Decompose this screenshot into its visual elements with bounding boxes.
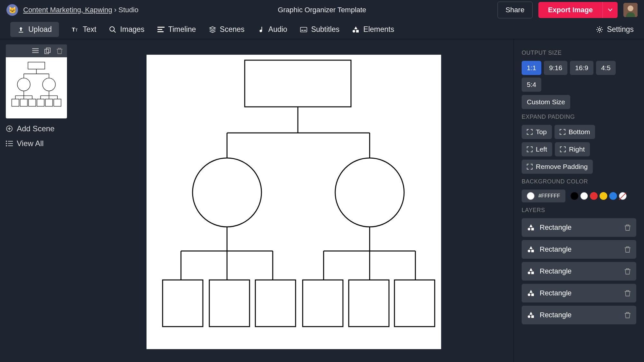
- swatch-none[interactable]: [619, 192, 627, 200]
- svg-rect-7: [157, 31, 164, 32]
- swatch-yellow[interactable]: [600, 192, 607, 200]
- swatch-black[interactable]: [571, 192, 578, 200]
- layers-label: LAYERS: [522, 207, 636, 214]
- layer-item[interactable]: Rectangle: [522, 306, 636, 324]
- layer-name: Rectangle: [540, 245, 572, 254]
- scenes-tool[interactable]: Scenes: [209, 25, 245, 34]
- svg-point-43: [6, 141, 7, 142]
- main-toolbar: Upload TT Text Images Timeline Scenes Au…: [0, 20, 644, 39]
- layer-item[interactable]: Rectangle: [522, 262, 636, 281]
- ratio-1-1[interactable]: 1:1: [522, 61, 541, 75]
- dashed-box-icon: [527, 164, 533, 170]
- svg-point-47: [6, 145, 7, 146]
- swatch-blue[interactable]: [609, 192, 617, 200]
- swatch-white[interactable]: [580, 192, 588, 200]
- text-icon: TT: [72, 26, 79, 33]
- svg-point-25: [43, 78, 55, 91]
- svg-rect-44: [8, 141, 13, 142]
- svg-rect-9: [301, 30, 303, 30]
- audio-label: Audio: [268, 25, 287, 34]
- ratio-16-9[interactable]: 16:9: [570, 61, 593, 75]
- output-size-label: OUTPUT SIZE: [522, 50, 636, 56]
- svg-rect-36: [12, 99, 19, 107]
- svg-rect-71: [394, 280, 435, 327]
- layer-item[interactable]: Rectangle: [522, 240, 636, 259]
- svg-rect-41: [54, 99, 61, 107]
- svg-rect-46: [8, 143, 13, 144]
- delete-layer-icon[interactable]: [625, 224, 630, 231]
- background-color-value[interactable]: #FFFFFF: [522, 190, 565, 202]
- breadcrumb-workspace-link[interactable]: Content Marketing, Kapwing: [23, 6, 112, 14]
- duplicate-icon[interactable]: [44, 48, 51, 54]
- pad-top-button[interactable]: Top: [522, 125, 552, 139]
- add-scene-button[interactable]: Add Scene: [6, 124, 68, 133]
- gear-icon: [596, 26, 603, 33]
- ratio-4-5[interactable]: 4:5: [596, 61, 616, 75]
- share-button[interactable]: Share: [497, 2, 533, 18]
- svg-rect-48: [8, 145, 13, 146]
- custom-size-button[interactable]: Custom Size: [522, 95, 570, 109]
- delete-layer-icon[interactable]: [625, 268, 630, 274]
- pad-right-button[interactable]: Right: [555, 142, 590, 156]
- shapes-icon: [527, 224, 535, 231]
- scene-thumbnail[interactable]: [6, 57, 67, 118]
- shapes-icon: [527, 290, 535, 296]
- svg-rect-38: [29, 99, 36, 107]
- view-all-button[interactable]: View All: [6, 139, 68, 148]
- export-button[interactable]: Export Image: [538, 2, 602, 18]
- chevron-down-icon: [608, 8, 612, 12]
- pad-top-label: Top: [536, 128, 547, 136]
- timeline-icon: [157, 26, 165, 33]
- layer-item[interactable]: Rectangle: [522, 218, 636, 237]
- remove-padding-button[interactable]: Remove Padding: [522, 160, 593, 174]
- pad-left-button[interactable]: Left: [522, 142, 552, 156]
- delete-layer-icon[interactable]: [625, 290, 630, 296]
- reorder-icon[interactable]: [32, 48, 39, 53]
- images-tool[interactable]: Images: [109, 25, 144, 34]
- svg-rect-77: [531, 272, 534, 274]
- audio-tool[interactable]: Audio: [257, 25, 287, 34]
- svg-rect-69: [303, 280, 343, 327]
- upload-icon: [17, 26, 24, 33]
- layer-item[interactable]: Rectangle: [522, 284, 636, 302]
- scene-thumbnail-controls: [6, 44, 67, 57]
- pad-bottom-button[interactable]: Bottom: [554, 125, 595, 139]
- elements-tool[interactable]: Elements: [352, 25, 394, 34]
- document-title[interactable]: Graphic Organizer Template: [278, 6, 366, 14]
- export-dropdown-button[interactable]: [602, 2, 618, 18]
- upload-button[interactable]: Upload: [10, 22, 59, 37]
- svg-rect-39: [37, 99, 44, 107]
- user-avatar[interactable]: [623, 3, 638, 17]
- settings-label: Settings: [607, 25, 634, 34]
- svg-point-13: [598, 28, 601, 31]
- delete-layer-icon[interactable]: [625, 246, 630, 253]
- svg-point-74: [528, 250, 530, 252]
- svg-text:T: T: [72, 27, 75, 33]
- layer-name: Rectangle: [540, 289, 572, 297]
- view-all-label: View All: [17, 139, 44, 148]
- svg-rect-14: [32, 48, 39, 49]
- canvas-area[interactable]: [74, 39, 514, 362]
- color-swatches: [571, 192, 627, 200]
- svg-rect-73: [531, 228, 534, 230]
- dashed-box-icon: [527, 129, 533, 135]
- elements-icon: [352, 26, 359, 33]
- ratio-5-4[interactable]: 5:4: [522, 78, 541, 92]
- subtitles-tool[interactable]: Subtitles: [300, 25, 339, 34]
- dashed-box-icon: [560, 129, 565, 135]
- settings-button[interactable]: Settings: [596, 25, 634, 34]
- delete-layer-icon[interactable]: [625, 312, 630, 318]
- ratio-9-16[interactable]: 9:16: [544, 61, 567, 75]
- canvas[interactable]: [147, 55, 441, 349]
- search-icon: [109, 26, 116, 33]
- svg-rect-37: [20, 99, 28, 107]
- timeline-tool[interactable]: Timeline: [157, 25, 196, 34]
- text-tool[interactable]: TT Text: [72, 25, 96, 34]
- scenes-icon: [209, 26, 216, 33]
- app-logo[interactable]: 🐱: [6, 4, 18, 16]
- trash-icon[interactable]: [57, 48, 62, 54]
- canvas-content: [147, 55, 441, 349]
- swatch-red[interactable]: [590, 192, 598, 200]
- svg-point-11: [353, 30, 355, 32]
- svg-point-55: [335, 158, 404, 227]
